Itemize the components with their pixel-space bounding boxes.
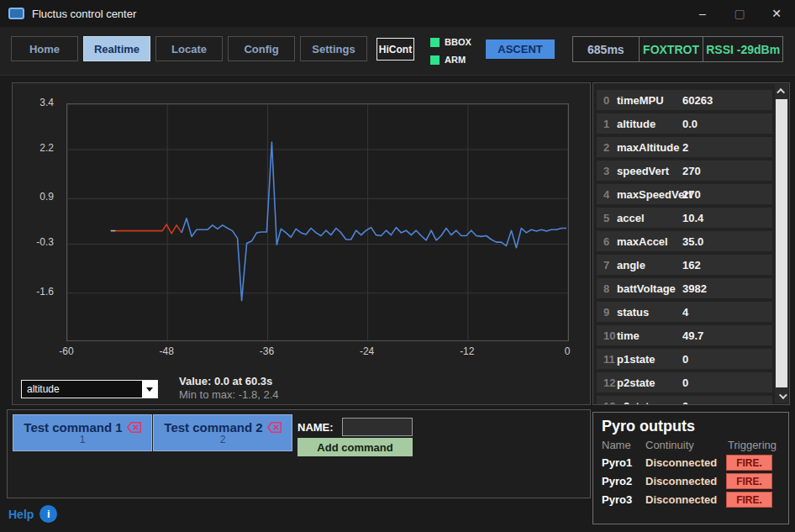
x-tick-label: -24 <box>350 345 384 357</box>
chart-plot-area <box>66 103 569 341</box>
telemetry-name: accel <box>617 212 682 224</box>
bbox-label: BBOX <box>445 37 471 47</box>
telemetry-index: 8 <box>597 282 617 295</box>
app-icon <box>8 8 24 19</box>
chart-plot-svg <box>67 104 568 340</box>
telemetry-name: angle <box>617 259 682 271</box>
tab-realtime[interactable]: Realtime <box>83 36 150 61</box>
info-icon[interactable]: i <box>39 505 57 523</box>
telemetry-row-p1state[interactable]: 11p1state0 <box>597 349 772 369</box>
telemetry-name: time <box>617 329 682 342</box>
maximize-button[interactable]: ▢ <box>721 0 758 27</box>
telemetry-row-accel[interactable]: 5accel10.4 <box>597 208 772 228</box>
telemetry-name: maxAccel <box>617 235 682 248</box>
fire-button-pyro2[interactable]: FIRE. <box>726 473 772 489</box>
close-button[interactable]: ✕ <box>758 0 795 27</box>
command-panel: Test command 11Test command 22 NAME: Add… <box>7 409 591 498</box>
window-title: Fluctus control center <box>32 8 136 20</box>
y-tick-label: 3.4 <box>13 97 60 108</box>
scroll-down-icon[interactable] <box>775 389 788 403</box>
minmax-text: Min to max: -1.8, 2.4 <box>179 388 279 402</box>
y-tick-label: -1.6 <box>13 286 60 298</box>
telemetry-value: 3982 <box>682 282 707 295</box>
telemetry-index: 13 <box>597 400 617 406</box>
telemetry-index: 6 <box>597 235 617 248</box>
pyro-name: Pyro3 <box>602 493 632 506</box>
tab-home[interactable]: Home <box>11 36 78 61</box>
delete-command-icon[interactable] <box>267 422 282 433</box>
command-id: 2 <box>220 435 226 445</box>
pyro-outputs-panel: Pyro outputs Name Continuity Triggering … <box>592 412 789 524</box>
minimize-button[interactable]: – <box>684 0 721 27</box>
telemetry-row-speedVert[interactable]: 3speedVert270 <box>597 161 772 181</box>
flight-state-button[interactable]: ASCENT <box>486 40 555 59</box>
telemetry-row-maxSpeedVert[interactable]: 4maxSpeedVert270 <box>597 184 772 204</box>
chevron-down-icon[interactable] <box>142 381 157 398</box>
x-tick-label: 0 <box>550 345 584 357</box>
test-command-button-2[interactable]: Test command 22 <box>153 414 292 451</box>
scroll-up-icon[interactable] <box>775 84 788 98</box>
telemetry-index: 2 <box>597 141 617 154</box>
tab-settings[interactable]: Settings <box>300 36 367 61</box>
pyro-panel-title: Pyro outputs <box>602 418 695 435</box>
telemetry-name: battVoltage <box>617 282 682 295</box>
pyro-name: Pyro2 <box>602 475 632 487</box>
telemetry-value: 0.0 <box>682 118 698 130</box>
telemetry-row-maxAltitude[interactable]: 2maxAltitude2 <box>597 137 772 157</box>
telemetry-name: altitude <box>617 118 682 130</box>
pyro-header-triggering: Triggering <box>728 439 777 451</box>
telemetry-row-p3state[interactable]: 13p3state0 <box>597 396 772 405</box>
x-tick-label: -48 <box>150 345 183 357</box>
test-command-button-1[interactable]: Test command 11 <box>13 414 152 451</box>
delete-command-icon[interactable] <box>127 422 141 433</box>
pyro-header-continuity: Continuity <box>645 439 694 451</box>
name-label: NAME: <box>297 421 334 434</box>
telemetry-row-time[interactable]: 10time49.7 <box>597 325 772 345</box>
hicont-button[interactable]: HiCont <box>376 38 414 61</box>
telemetry-name: speedVert <box>617 165 682 177</box>
add-command-button[interactable]: Add command <box>297 438 413 456</box>
command-id: 1 <box>80 435 86 445</box>
telemetry-scrollbar[interactable] <box>775 84 788 403</box>
bbox-indicator: BBOX <box>430 37 471 47</box>
telemetry-name: timeMPU <box>617 94 682 107</box>
telemetry-panel: 0timeMPU602631altitude0.02maxAltitude23s… <box>592 82 790 405</box>
y-tick-label: 2.2 <box>13 142 60 154</box>
telemetry-index: 12 <box>597 377 617 389</box>
telemetry-value: 0 <box>682 400 688 406</box>
telemetry-value: 0 <box>682 353 688 366</box>
pyro-continuity: Disconnected <box>645 493 717 506</box>
telemetry-value: 270 <box>682 165 701 177</box>
tab-config[interactable]: Config <box>228 36 295 61</box>
x-tick-label: -12 <box>450 345 484 357</box>
link-status-group: 685ms FOXTROT RSSI -29dBm <box>572 36 783 62</box>
telemetry-row-battVoltage[interactable]: 8battVoltage3982 <box>597 278 772 298</box>
telemetry-name: maxSpeedVert <box>617 188 682 201</box>
telemetry-row-maxAccel[interactable]: 6maxAccel35.0 <box>597 231 772 251</box>
telemetry-row-p2state[interactable]: 12p2state0 <box>597 372 772 392</box>
telemetry-index: 1 <box>597 118 617 130</box>
telemetry-row-angle[interactable]: 7angle162 <box>597 255 772 275</box>
telemetry-index: 9 <box>597 306 617 319</box>
fire-button-pyro1[interactable]: FIRE. <box>726 455 772 471</box>
x-tick-label: -60 <box>50 345 83 357</box>
telemetry-value: 49.7 <box>682 329 703 342</box>
telemetry-row-altitude[interactable]: 1altitude0.0 <box>597 113 772 134</box>
title-bar: Fluctus control center – ▢ ✕ <box>0 0 795 27</box>
telemetry-value: 0 <box>682 377 688 389</box>
tab-locate[interactable]: Locate <box>155 36 223 61</box>
fire-button-pyro3[interactable]: FIRE. <box>726 492 772 508</box>
y-tick-label: -0.3 <box>13 236 60 248</box>
scrollbar-thumb[interactable] <box>776 99 787 387</box>
telemetry-row-status[interactable]: 9status4 <box>597 302 772 322</box>
telemetry-row-timeMPU[interactable]: 0timeMPU60263 <box>597 90 772 110</box>
command-label: Test command 1 <box>24 420 140 435</box>
variable-select[interactable]: altitude <box>21 380 158 398</box>
command-name-input[interactable] <box>342 418 413 436</box>
telemetry-value: 60263 <box>682 94 713 107</box>
telemetry-name: p3state <box>617 400 682 406</box>
telemetry-name: status <box>617 306 682 319</box>
help-control[interactable]: Help i <box>8 505 57 523</box>
telemetry-name: p1state <box>617 353 682 366</box>
pyro-name: Pyro1 <box>602 456 632 469</box>
